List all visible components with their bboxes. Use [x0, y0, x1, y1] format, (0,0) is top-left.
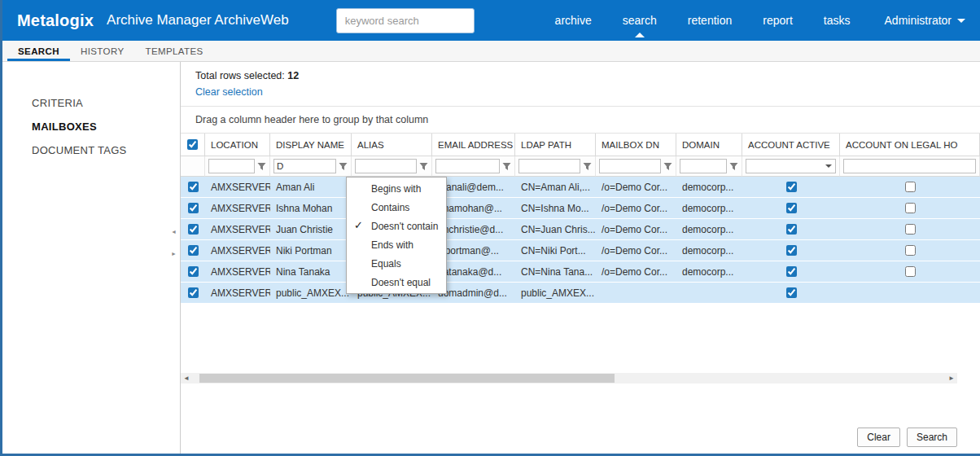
menu-item-label: Begins with [371, 183, 421, 195]
column-header-ldap[interactable]: LDAP PATH [515, 134, 596, 156]
cell-mailbox-dn [596, 283, 676, 303]
filter-cell-sel [181, 156, 205, 177]
sidebar-item-criteria[interactable]: CRITERIA [2, 91, 180, 115]
content-area: CRITERIAMAILBOXESDOCUMENT TAGS ◄ ► Total… [2, 62, 980, 454]
table-row[interactable]: AMXSERVERNiki Portmankiportman@...CN=Nik… [181, 240, 980, 261]
table-row[interactable]: AMXSERVERJuan Christieanchristie@d...CN=… [181, 219, 980, 240]
horizontal-scrollbar[interactable]: ◄ ► [181, 373, 957, 384]
column-header-mailbox-dn[interactable]: MAILBOX DN [596, 134, 676, 156]
keyword-search-input[interactable] [336, 8, 475, 33]
scroll-right-icon[interactable]: ► [946, 373, 957, 384]
menu-item-doesn-t-contain[interactable]: ✓Doesn't contain [347, 217, 446, 235]
cell-account-active [742, 198, 840, 218]
filter-funnel-icon[interactable] [729, 162, 738, 171]
menu-item-equals[interactable]: Equals [347, 254, 446, 273]
menu-item-label: Contains [371, 202, 409, 213]
cell-sel [181, 240, 205, 261]
tab-search[interactable]: SEARCH [7, 41, 70, 61]
mailbox-grid: LOCATIONDISPLAY NAMEALIASEMAIL ADDRESSLD… [181, 134, 980, 304]
scrollbar-track[interactable] [192, 373, 946, 384]
row-select-checkbox[interactable] [188, 182, 199, 192]
row-select-checkbox[interactable] [188, 287, 199, 298]
cell-mailbox-dn: /o=Demo Cor... [596, 198, 676, 218]
menu-item-label: Doesn't equal [371, 277, 431, 288]
filter-input-ldap[interactable] [518, 159, 580, 173]
filter-input-domain[interactable] [680, 159, 727, 173]
cell-domain: democorp... [676, 261, 742, 282]
clear-button[interactable]: Clear [857, 428, 900, 447]
cell-location: AMXSERVER [205, 219, 270, 239]
filter-input-email[interactable] [435, 159, 500, 173]
cell-sel [181, 261, 205, 282]
scroll-left-icon[interactable]: ◄ [181, 373, 192, 384]
footer-buttons: Clear Search [857, 428, 957, 447]
filter-funnel-icon[interactable] [663, 162, 672, 171]
total-rows-label: Total rows selected: [195, 70, 285, 81]
filter-funnel-icon[interactable] [583, 162, 592, 171]
sidebar-item-mailboxes[interactable]: MAILBOXES [2, 115, 180, 138]
filter-operator-menu: Begins withContains✓Doesn't containEnds … [346, 177, 447, 294]
menu-item-doesn-t-equal[interactable]: Doesn't equal [347, 273, 446, 292]
column-header-location[interactable]: LOCATION [205, 134, 270, 156]
menu-item-begins-with[interactable]: Begins with [347, 179, 446, 198]
nav-archive[interactable]: archive [555, 14, 592, 27]
nav-search[interactable]: search [623, 14, 657, 27]
filter-funnel-icon[interactable] [257, 162, 266, 171]
filter-input-alias[interactable] [355, 159, 417, 173]
splitter-expand-icon[interactable]: ► [171, 251, 177, 256]
table-row[interactable]: AMXSERVERNina Tanakanatanaka@d...CN=Nina… [181, 261, 980, 283]
cell-location: AMXSERVER [205, 283, 270, 303]
column-header-email[interactable]: EMAIL ADDRESS [432, 134, 515, 156]
filter-cell-domain [676, 156, 742, 177]
nav-report[interactable]: report [763, 14, 793, 27]
clear-selection-link[interactable]: Clear selection [195, 86, 263, 98]
cell-display-name: Ishna Mohan [270, 198, 352, 218]
scrollbar-thumb[interactable] [199, 374, 614, 383]
search-button[interactable]: Search [907, 428, 957, 447]
row-select-checkbox[interactable] [188, 224, 199, 235]
filter-cell-ldap [515, 156, 596, 177]
filter-dropdown-account-active[interactable] [746, 159, 836, 173]
chevron-down-icon [957, 19, 965, 23]
user-menu[interactable]: Administrator [885, 14, 965, 27]
column-header-display-name[interactable]: DISPLAY NAME [270, 134, 352, 156]
cell-domain: democorp... [676, 240, 742, 261]
row-select-checkbox[interactable] [188, 266, 199, 277]
column-header-domain[interactable]: DOMAIN [676, 134, 742, 156]
menu-item-ends-with[interactable]: Ends with [347, 235, 446, 254]
selection-summary: Total rows selected: 12 Clear selection [181, 62, 980, 107]
table-row[interactable]: AMXSERVERAman Alimanali@dem...CN=Aman Al… [181, 177, 980, 198]
nav-retention[interactable]: retention [688, 14, 732, 27]
splitter-collapse-icon[interactable]: ◄ [171, 229, 177, 235]
nav-tasks[interactable]: tasks [824, 14, 851, 27]
column-header-account-active[interactable]: ACCOUNT ACTIVE [742, 134, 840, 156]
filter-input-display-name[interactable] [273, 159, 336, 173]
cell-location: AMXSERVER [205, 198, 270, 218]
cell-domain: democorp... [676, 198, 742, 218]
tab-history[interactable]: HISTORY [70, 41, 135, 61]
table-row[interactable]: AMXSERVERpublic_AMXEX...public_AMXEX...u… [181, 283, 980, 304]
row-select-checkbox[interactable] [188, 245, 199, 256]
filter-funnel-icon[interactable] [419, 162, 428, 171]
filter-funnel-icon[interactable] [502, 162, 511, 171]
top-nav: archivesearchretentionreporttasks [555, 14, 851, 27]
filter-input-legal-hold[interactable] [843, 159, 976, 173]
select-all-checkbox[interactable] [187, 139, 198, 150]
sidebar-item-document-tags[interactable]: DOCUMENT TAGS [2, 138, 180, 162]
filter-cell-mailbox-dn [596, 156, 676, 177]
brand-logo: Metalogix [17, 11, 94, 30]
menu-item-contains[interactable]: Contains [347, 198, 446, 217]
column-header-alias[interactable]: ALIAS [352, 134, 432, 156]
cell-account-active [742, 240, 840, 261]
cell-legal-hold [840, 261, 980, 282]
cell-domain: democorp... [676, 219, 742, 239]
filter-input-location[interactable] [208, 159, 255, 173]
tab-templates[interactable]: TEMPLATES [134, 41, 213, 61]
filter-funnel-icon[interactable] [339, 162, 348, 171]
column-header-legal-hold[interactable]: ACCOUNT ON LEGAL HO [840, 134, 980, 156]
filter-input-mailbox-dn[interactable] [599, 159, 661, 173]
filter-cell-alias [352, 156, 432, 177]
row-select-checkbox[interactable] [188, 203, 199, 213]
table-row[interactable]: AMXSERVERIshna Mohanhnamohan@...CN=Ishna… [181, 198, 980, 219]
cell-location: AMXSERVER [205, 240, 270, 261]
